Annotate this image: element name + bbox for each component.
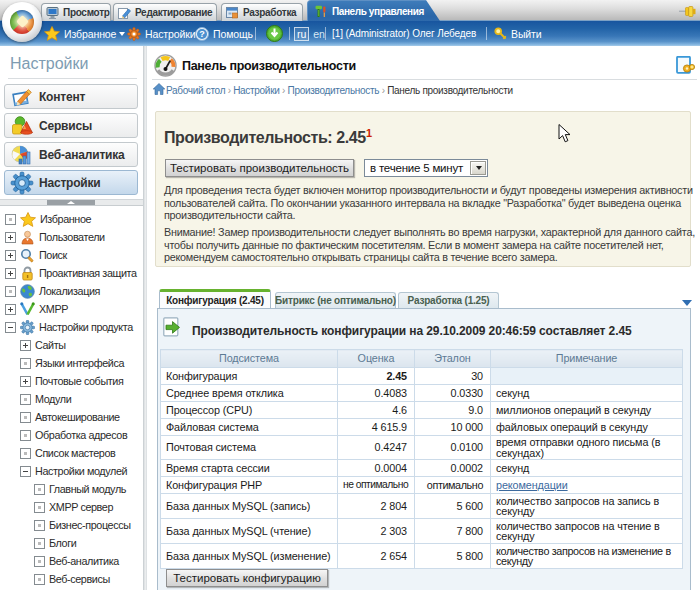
svg-text:?: ? [199,29,204,39]
